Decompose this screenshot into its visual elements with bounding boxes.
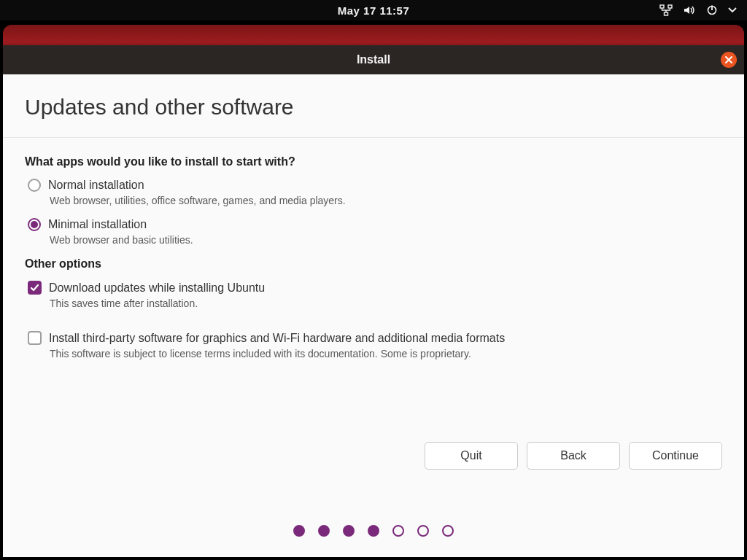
- divider: [3, 137, 744, 138]
- checkbox-icon: [28, 281, 42, 295]
- other-options-heading: Other options: [25, 257, 722, 271]
- network-icon[interactable]: [659, 4, 673, 16]
- checkbox-download-updates[interactable]: Download updates while installing Ubuntu: [28, 281, 722, 295]
- svg-rect-2: [665, 12, 668, 15]
- checkbox-icon: [28, 331, 42, 345]
- step-dot: [293, 525, 305, 537]
- window-title: Install: [357, 53, 390, 66]
- chevron-down-icon[interactable]: [728, 7, 737, 14]
- minimal-installation-desc: Web browser and basic utilities.: [50, 234, 722, 246]
- third-party-desc: This software is subject to license term…: [50, 348, 722, 359]
- step-dot: [392, 525, 404, 537]
- checkbox-third-party[interactable]: Install third-party software for graphic…: [28, 331, 722, 345]
- svg-rect-1: [668, 5, 672, 8]
- window-titlebar: Install: [3, 45, 744, 74]
- quit-button[interactable]: Quit: [425, 442, 518, 470]
- page-title: Updates and other software: [25, 95, 722, 120]
- power-icon[interactable]: [706, 4, 718, 16]
- system-tray[interactable]: [659, 0, 737, 20]
- back-button[interactable]: Back: [527, 442, 620, 470]
- volume-icon[interactable]: [683, 4, 696, 16]
- step-dot: [417, 525, 429, 537]
- checkbox-label: Install third-party software for graphic…: [49, 332, 505, 345]
- radio-label: Normal installation: [48, 179, 144, 192]
- download-updates-desc: This saves time after installation.: [50, 298, 722, 309]
- continue-button[interactable]: Continue: [629, 442, 722, 470]
- radio-label: Minimal installation: [48, 218, 147, 231]
- radio-normal-installation[interactable]: Normal installation: [28, 179, 722, 192]
- install-type-question: What apps would you like to install to s…: [25, 155, 722, 168]
- step-dot: [368, 525, 379, 537]
- installer-content: Updates and other software What apps wou…: [3, 74, 744, 557]
- normal-installation-desc: Web browser, utilities, office software,…: [50, 195, 722, 206]
- radio-minimal-installation[interactable]: Minimal installation: [28, 218, 722, 231]
- step-dot: [343, 525, 355, 537]
- progress-stepper: [3, 525, 744, 537]
- checkbox-label: Download updates while installing Ubuntu: [49, 281, 265, 295]
- install-type-group: Normal installation Web browser, utiliti…: [25, 179, 722, 359]
- step-dot: [442, 525, 454, 537]
- radio-icon: [28, 179, 41, 192]
- top-panel: May 17 11:57: [0, 0, 747, 20]
- footer-buttons: Quit Back Continue: [425, 442, 722, 470]
- step-dot: [318, 525, 330, 537]
- installer-window: Install Updates and other software What …: [3, 45, 744, 557]
- svg-rect-0: [660, 5, 664, 8]
- close-button[interactable]: [721, 52, 737, 68]
- panel-clock[interactable]: May 17 11:57: [338, 4, 410, 17]
- close-icon: [724, 55, 733, 64]
- radio-icon: [28, 218, 41, 231]
